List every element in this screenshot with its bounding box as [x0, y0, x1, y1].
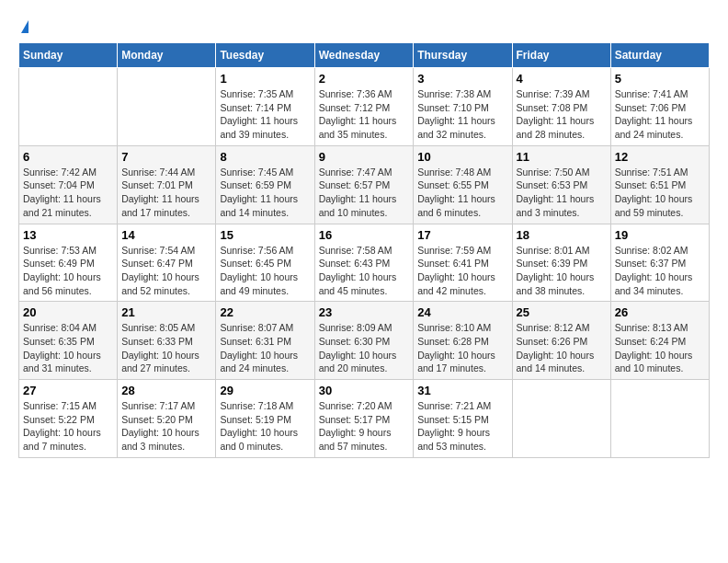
day-number: 18 [517, 228, 607, 242]
day-cell: 29Sunrise: 7:18 AMSunset: 5:19 PMDayligh… [216, 380, 314, 458]
day-cell: 31Sunrise: 7:21 AMSunset: 5:15 PMDayligh… [414, 380, 512, 458]
day-number: 4 [517, 72, 607, 86]
day-cell: 6Sunrise: 7:42 AMSunset: 7:04 PMDaylight… [19, 145, 118, 224]
day-info: Sunrise: 7:36 AMSunset: 7:12 PMDaylight:… [319, 87, 410, 142]
day-info: Sunrise: 7:17 AMSunset: 5:20 PMDaylight:… [121, 399, 211, 454]
day-number: 7 [121, 150, 211, 164]
day-info: Sunrise: 8:04 AMSunset: 6:35 PMDaylight:… [23, 321, 113, 375]
day-info: Sunrise: 8:07 AMSunset: 6:31 PMDaylight:… [220, 321, 310, 375]
day-cell: 22Sunrise: 8:07 AMSunset: 6:31 PMDayligh… [216, 302, 314, 380]
day-info: Sunrise: 8:09 AMSunset: 6:30 PMDaylight:… [319, 321, 410, 375]
day-number: 20 [23, 305, 113, 319]
day-number: 16 [319, 228, 410, 242]
day-cell: 20Sunrise: 8:04 AMSunset: 6:35 PMDayligh… [19, 302, 118, 380]
day-cell: 3Sunrise: 7:38 AMSunset: 7:10 PMDaylight… [414, 68, 512, 146]
day-cell: 11Sunrise: 7:50 AMSunset: 6:53 PMDayligh… [512, 145, 610, 224]
day-cell: 8Sunrise: 7:45 AMSunset: 6:59 PMDaylight… [216, 145, 314, 224]
day-cell: 24Sunrise: 8:10 AMSunset: 6:28 PMDayligh… [414, 302, 512, 380]
day-cell: 25Sunrise: 8:12 AMSunset: 6:26 PMDayligh… [512, 302, 610, 380]
header [18, 18, 710, 33]
day-cell: 16Sunrise: 7:58 AMSunset: 6:43 PMDayligh… [314, 224, 414, 302]
day-info: Sunrise: 7:41 AMSunset: 7:06 PMDaylight:… [615, 87, 705, 142]
day-number: 17 [417, 228, 507, 242]
calendar: SundayMondayTuesdayWednesdayThursdayFrid… [18, 42, 710, 458]
day-number: 30 [319, 384, 410, 397]
day-number: 6 [23, 150, 113, 164]
day-cell: 28Sunrise: 7:17 AMSunset: 5:20 PMDayligh… [118, 380, 216, 458]
day-info: Sunrise: 7:15 AMSunset: 5:22 PMDaylight:… [23, 399, 113, 454]
day-cell: 14Sunrise: 7:54 AMSunset: 6:47 PMDayligh… [118, 224, 216, 302]
day-number: 11 [517, 150, 607, 164]
day-cell: 26Sunrise: 8:13 AMSunset: 6:24 PMDayligh… [610, 302, 709, 380]
day-cell: 13Sunrise: 7:53 AMSunset: 6:49 PMDayligh… [19, 224, 118, 302]
day-cell: 5Sunrise: 7:41 AMSunset: 7:06 PMDaylight… [610, 68, 709, 146]
day-info: Sunrise: 8:12 AMSunset: 6:26 PMDaylight:… [517, 321, 607, 375]
logo-blue [18, 18, 28, 33]
day-cell: 19Sunrise: 8:02 AMSunset: 6:37 PMDayligh… [610, 224, 709, 302]
day-number: 10 [417, 150, 507, 164]
day-number: 21 [121, 305, 211, 319]
weekday-header-sunday: Sunday [19, 43, 118, 68]
day-info: Sunrise: 7:35 AMSunset: 7:14 PMDaylight:… [220, 87, 310, 142]
weekday-header-thursday: Thursday [414, 43, 512, 68]
day-number: 19 [615, 228, 705, 242]
day-info: Sunrise: 7:54 AMSunset: 6:47 PMDaylight:… [121, 244, 211, 298]
day-cell: 10Sunrise: 7:48 AMSunset: 6:55 PMDayligh… [414, 145, 512, 224]
day-number: 29 [220, 384, 310, 397]
day-info: Sunrise: 7:59 AMSunset: 6:41 PMDaylight:… [417, 244, 507, 298]
day-info: Sunrise: 8:10 AMSunset: 6:28 PMDaylight:… [417, 321, 507, 375]
day-number: 3 [417, 72, 507, 86]
day-number: 1 [220, 72, 310, 86]
day-number: 25 [517, 305, 607, 319]
day-number: 31 [417, 384, 507, 397]
day-cell: 30Sunrise: 7:20 AMSunset: 5:17 PMDayligh… [314, 380, 414, 458]
day-number: 15 [220, 228, 310, 242]
day-info: Sunrise: 7:38 AMSunset: 7:10 PMDaylight:… [417, 87, 507, 142]
day-cell: 4Sunrise: 7:39 AMSunset: 7:08 PMDaylight… [512, 68, 610, 146]
day-info: Sunrise: 7:58 AMSunset: 6:43 PMDaylight:… [319, 244, 410, 298]
day-number: 12 [615, 150, 705, 164]
weekday-header-row: SundayMondayTuesdayWednesdayThursdayFrid… [19, 43, 710, 68]
day-cell [610, 380, 709, 458]
day-number: 23 [319, 305, 410, 319]
day-info: Sunrise: 7:53 AMSunset: 6:49 PMDaylight:… [23, 244, 113, 298]
week-row-4: 20Sunrise: 8:04 AMSunset: 6:35 PMDayligh… [19, 302, 710, 380]
day-info: Sunrise: 7:45 AMSunset: 6:59 PMDaylight:… [220, 166, 310, 220]
day-cell [118, 68, 216, 146]
day-number: 5 [615, 72, 705, 86]
day-info: Sunrise: 7:56 AMSunset: 6:45 PMDaylight:… [220, 244, 310, 298]
day-info: Sunrise: 7:18 AMSunset: 5:19 PMDaylight:… [220, 399, 310, 454]
weekday-header-tuesday: Tuesday [216, 43, 314, 68]
day-number: 28 [121, 384, 211, 397]
day-cell: 2Sunrise: 7:36 AMSunset: 7:12 PMDaylight… [314, 68, 414, 146]
week-row-1: 1Sunrise: 7:35 AMSunset: 7:14 PMDaylight… [19, 68, 710, 146]
day-cell: 17Sunrise: 7:59 AMSunset: 6:41 PMDayligh… [414, 224, 512, 302]
day-number: 9 [319, 150, 410, 164]
weekday-header-saturday: Saturday [610, 43, 709, 68]
day-info: Sunrise: 7:50 AMSunset: 6:53 PMDaylight:… [517, 166, 607, 220]
day-cell: 7Sunrise: 7:44 AMSunset: 7:01 PMDaylight… [118, 145, 216, 224]
day-cell: 18Sunrise: 8:01 AMSunset: 6:39 PMDayligh… [512, 224, 610, 302]
day-cell: 23Sunrise: 8:09 AMSunset: 6:30 PMDayligh… [314, 302, 414, 380]
day-info: Sunrise: 8:01 AMSunset: 6:39 PMDaylight:… [517, 244, 607, 298]
day-cell: 27Sunrise: 7:15 AMSunset: 5:22 PMDayligh… [19, 380, 118, 458]
weekday-header-monday: Monday [118, 43, 216, 68]
day-info: Sunrise: 8:13 AMSunset: 6:24 PMDaylight:… [615, 321, 705, 375]
day-cell [19, 68, 118, 146]
day-number: 8 [220, 150, 310, 164]
day-cell: 12Sunrise: 7:51 AMSunset: 6:51 PMDayligh… [610, 145, 709, 224]
day-info: Sunrise: 8:02 AMSunset: 6:37 PMDaylight:… [615, 244, 705, 298]
day-info: Sunrise: 7:44 AMSunset: 7:01 PMDaylight:… [121, 166, 211, 220]
logo [18, 18, 28, 33]
day-info: Sunrise: 7:47 AMSunset: 6:57 PMDaylight:… [319, 166, 410, 220]
day-cell: 1Sunrise: 7:35 AMSunset: 7:14 PMDaylight… [216, 68, 314, 146]
day-cell: 9Sunrise: 7:47 AMSunset: 6:57 PMDaylight… [314, 145, 414, 224]
weekday-header-wednesday: Wednesday [314, 43, 414, 68]
day-number: 22 [220, 305, 310, 319]
day-cell: 21Sunrise: 8:05 AMSunset: 6:33 PMDayligh… [118, 302, 216, 380]
day-number: 27 [23, 384, 113, 397]
week-row-5: 27Sunrise: 7:15 AMSunset: 5:22 PMDayligh… [19, 380, 710, 458]
day-cell [512, 380, 610, 458]
logo-triangle-icon [21, 20, 28, 33]
day-number: 24 [417, 305, 507, 319]
